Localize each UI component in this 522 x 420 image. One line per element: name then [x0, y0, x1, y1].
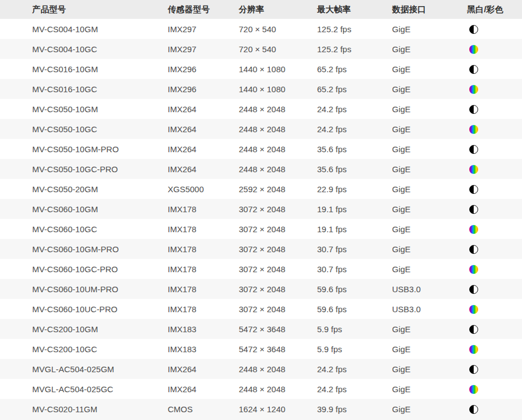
resolution-cell: 2592 × 2048 [239, 184, 317, 194]
table-row: MV-CS060-10GM IMX178 3072 × 2048 19.1 fp… [0, 199, 522, 219]
resolution-cell: 720 × 540 [239, 24, 317, 34]
product-model-cell: MV-CS200-10GM [0, 324, 168, 334]
chroma-cell [467, 344, 522, 354]
sensor-model-cell: IMX264 [168, 104, 239, 114]
interface-cell: GigE [392, 64, 467, 74]
resolution-cell: 1624 × 1240 [239, 404, 317, 414]
resolution-cell: 2448 × 2048 [239, 104, 317, 114]
chroma-cell [467, 164, 522, 174]
header-cell-product-model: 产品型号 [0, 4, 168, 15]
max-framerate-cell: 24.2 fps [317, 384, 392, 394]
header-cell-max-framerate: 最大帧率 [317, 4, 392, 15]
max-framerate-cell: 125.2 fps [317, 44, 392, 54]
chroma-cell [467, 184, 522, 194]
sensor-model-cell: IMX178 [168, 264, 239, 274]
table-row: MV-CS060-10GM-PRO IMX178 3072 × 2048 30.… [0, 239, 522, 259]
table-row: MVGL-AC504-025GM IMX264 2448 × 2048 24.2… [0, 359, 522, 379]
resolution-cell: 3072 × 2048 [239, 244, 317, 254]
table-row: MV-CS004-10GM IMX297 720 × 540 125.2 fps… [0, 19, 522, 39]
table-row: MV-CS016-10GC IMX296 1440 × 1080 65.2 fp… [0, 79, 522, 99]
table-body: MV-CS004-10GM IMX297 720 × 540 125.2 fps… [0, 19, 522, 419]
product-model-cell: MV-CS004-10GM [0, 24, 168, 34]
interface-cell: GigE [392, 244, 467, 254]
chroma-cell [467, 364, 522, 374]
table-row: MV-CS060-10GC-PRO IMX178 3072 × 2048 30.… [0, 259, 522, 279]
product-model-cell: MV-CS060-10GC-PRO [0, 264, 168, 274]
product-model-cell: MV-CS060-10GC [0, 224, 168, 234]
max-framerate-cell: 59.6 fps [317, 304, 392, 314]
sensor-model-cell: XGS5000 [168, 184, 239, 194]
rainbow-circle-icon [469, 385, 478, 394]
max-framerate-cell: 19.1 fps [317, 204, 392, 214]
sensor-model-cell: IMX264 [168, 384, 239, 394]
rainbow-circle-icon [469, 165, 478, 174]
product-model-cell: MV-CS060-10UC-PRO [0, 304, 168, 314]
sensor-model-cell: IMX264 [168, 164, 239, 174]
max-framerate-cell: 30.7 fps [317, 244, 392, 254]
chroma-cell [467, 284, 522, 294]
resolution-cell: 2448 × 2048 [239, 384, 317, 394]
sensor-model-cell: IMX296 [168, 64, 239, 74]
mono-circle-icon [469, 245, 478, 254]
resolution-cell: 3072 × 2048 [239, 264, 317, 274]
chroma-cell [467, 24, 522, 34]
product-model-cell: MV-CS060-10GM-PRO [0, 244, 168, 254]
mono-circle-icon [469, 205, 478, 214]
product-model-cell: MV-CS016-10GM [0, 64, 168, 74]
interface-cell: GigE [392, 84, 467, 94]
resolution-cell: 2448 × 2048 [239, 164, 317, 174]
interface-cell: GigE [392, 224, 467, 234]
sensor-model-cell: CMOS [168, 404, 239, 414]
table-row: MV-CS050-10GC-PRO IMX264 2448 × 2048 35.… [0, 159, 522, 179]
chroma-cell [467, 244, 522, 254]
table-row: MV-CS060-10GC IMX178 3072 × 2048 19.1 fp… [0, 219, 522, 239]
max-framerate-cell: 24.2 fps [317, 104, 392, 114]
sensor-model-cell: IMX297 [168, 24, 239, 34]
chroma-cell [467, 64, 522, 74]
table-row: MV-CS200-10GM IMX183 5472 × 3648 5.9 fps… [0, 319, 522, 339]
product-model-cell: MVGL-AC504-025GC [0, 384, 168, 394]
mono-circle-icon [469, 325, 478, 334]
interface-cell: GigE [392, 364, 467, 374]
interface-cell: GigE [392, 44, 467, 54]
camera-spec-table: 产品型号 传感器型号 分辨率 最大帧率 数据接口 黑白/彩色 MV-CS004-… [0, 0, 522, 420]
product-model-cell: MV-CS020-11GM [0, 404, 168, 414]
header-cell-chroma: 黑白/彩色 [467, 4, 522, 15]
chroma-cell [467, 224, 522, 234]
max-framerate-cell: 65.2 fps [317, 84, 392, 94]
table-row: MV-CS016-10GM IMX296 1440 × 1080 65.2 fp… [0, 59, 522, 79]
header-cell-interface: 数据接口 [392, 4, 467, 15]
chroma-cell [467, 104, 522, 114]
resolution-cell: 1440 × 1080 [239, 64, 317, 74]
max-framerate-cell: 19.1 fps [317, 224, 392, 234]
resolution-cell: 5472 × 3648 [239, 324, 317, 334]
chroma-cell [467, 204, 522, 214]
interface-cell: GigE [392, 164, 467, 174]
mono-circle-icon [469, 65, 478, 74]
max-framerate-cell: 30.7 fps [317, 264, 392, 274]
interface-cell: GigE [392, 404, 467, 414]
resolution-cell: 2448 × 2048 [239, 144, 317, 154]
interface-cell: GigE [392, 204, 467, 214]
table-row: MV-CS020-11GM CMOS 1624 × 1240 39.9 fps … [0, 399, 522, 419]
product-model-cell: MV-CS050-10GM [0, 104, 168, 114]
resolution-cell: 1440 × 1080 [239, 84, 317, 94]
resolution-cell: 2448 × 2048 [239, 364, 317, 374]
interface-cell: GigE [392, 264, 467, 274]
max-framerate-cell: 24.2 fps [317, 124, 392, 134]
product-model-cell: MV-CS060-10UM-PRO [0, 284, 168, 294]
sensor-model-cell: IMX297 [168, 44, 239, 54]
interface-cell: USB3.0 [392, 304, 467, 314]
mono-circle-icon [469, 405, 478, 414]
max-framerate-cell: 39.9 fps [317, 404, 392, 414]
table-row: MV-CS050-10GM IMX264 2448 × 2048 24.2 fp… [0, 99, 522, 119]
product-model-cell: MV-CS050-10GC-PRO [0, 164, 168, 174]
interface-cell: GigE [392, 144, 467, 154]
sensor-model-cell: IMX183 [168, 324, 239, 334]
header-cell-resolution: 分辨率 [239, 4, 317, 15]
interface-cell: USB3.0 [392, 284, 467, 294]
chroma-cell [467, 304, 522, 314]
table-row: MV-CS050-10GC IMX264 2448 × 2048 24.2 fp… [0, 119, 522, 139]
rainbow-circle-icon [469, 85, 478, 94]
sensor-model-cell: IMX178 [168, 204, 239, 214]
